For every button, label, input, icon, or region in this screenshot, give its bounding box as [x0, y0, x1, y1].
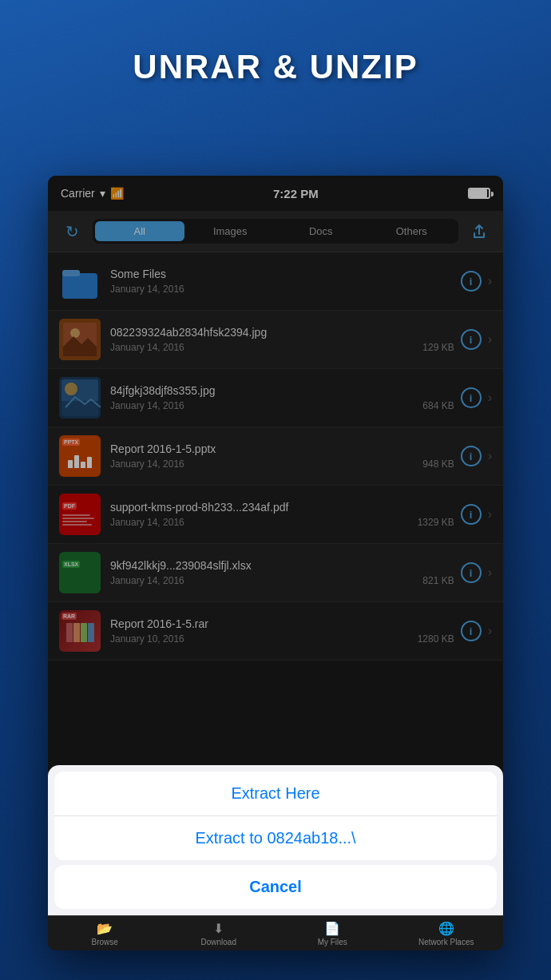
tab-bar: 📂 Browse ⬇ Download 📄 My Files 🌐 Network…: [48, 915, 503, 950]
tab-myfiles[interactable]: 📄 My Files: [276, 921, 390, 946]
tab-network[interactable]: 🌐 Network Places: [390, 921, 504, 946]
extract-to-button[interactable]: Extract to 0824ab18...\: [54, 816, 497, 860]
browse-icon: 📂: [97, 921, 113, 936]
phone-frame: Carrier ▾ 📶 7:22 PM ↻ All Images Docs Ot…: [48, 176, 503, 950]
myfiles-icon: 📄: [324, 921, 340, 936]
cancel-button[interactable]: Cancel: [54, 865, 497, 909]
extract-here-button[interactable]: Extract Here: [54, 772, 497, 816]
tab-browse[interactable]: 📂 Browse: [48, 921, 162, 946]
action-sheet: Extract Here Extract to 0824ab18...\ Can…: [48, 765, 503, 915]
tab-download[interactable]: ⬇ Download: [162, 921, 276, 946]
app-title: UNRAR & UNZIP: [0, 0, 551, 86]
tab-download-label: Download: [201, 938, 236, 946]
network-icon: 🌐: [438, 921, 454, 936]
action-sheet-group: Extract Here Extract to 0824ab18...\: [54, 772, 497, 860]
download-icon: ⬇: [213, 921, 224, 936]
action-sheet-overlay: Extract Here Extract to 0824ab18...\ Can…: [48, 765, 503, 950]
tab-browse-label: Browse: [92, 938, 118, 946]
cancel-group: Cancel: [54, 865, 497, 909]
tab-network-label: Network Places: [418, 938, 474, 946]
tab-myfiles-label: My Files: [318, 938, 347, 946]
